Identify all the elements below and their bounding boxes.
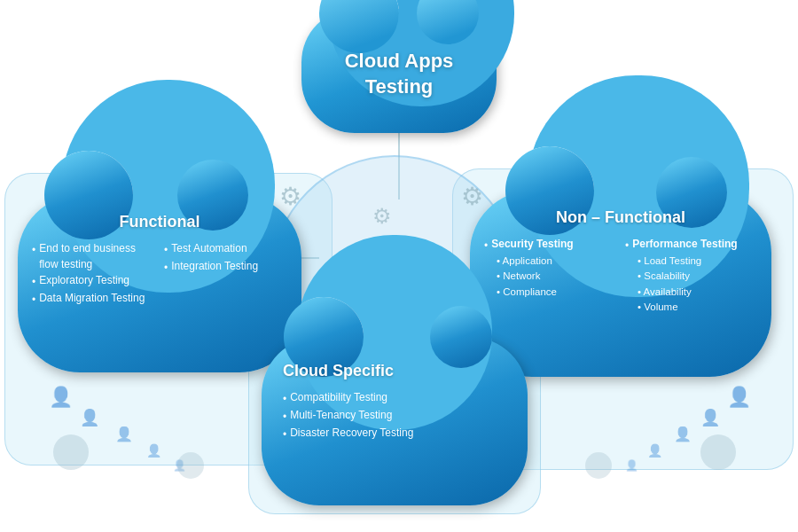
scene: ⚙ ⚙ ⚙ 👤 👤 👤 👤 👤 👤 👤 👤 👤 👤 Cloud Apps Tes…: [0, 0, 798, 532]
cloud-bottom: Cloud Specific • Compatibility Testing •…: [262, 337, 528, 505]
security-application: • Application: [497, 254, 616, 269]
person-icon-right-5: 👤: [625, 459, 638, 472]
deco-bottom-left2: [177, 452, 204, 479]
cloud-top-title: Cloud Apps Testing: [345, 49, 454, 99]
person-icon-left-3: 👤: [115, 426, 133, 442]
cloud-left-body: • End to end business flow testing • Exp…: [32, 240, 287, 308]
cloud-bottom-items: • Compatibility Testing • Multi-Tenancy …: [283, 389, 413, 442]
perf-load: • Load Testing: [638, 254, 757, 269]
cloud-right-col1: • Security Testing • Application • Netwo…: [484, 236, 616, 315]
cloud-right-body: • Security Testing • Application • Netwo…: [484, 236, 757, 315]
gear-icon-3: ⚙: [372, 204, 392, 229]
person-icon-left-1: 👤: [49, 386, 73, 409]
bullet-multi-tenancy: • Multi-Tenancy Testing: [283, 407, 413, 425]
bullet-performance-testing: • Performance Testing: [625, 236, 757, 254]
person-icon-right-1: 👤: [727, 386, 751, 409]
deco-bottom-right: [700, 434, 736, 470]
security-compliance: • Compliance: [497, 285, 616, 300]
bullet-data-migration: • Data Migration Testing: [32, 290, 155, 308]
bullet-end-to-end: • End to end business flow testing: [32, 240, 155, 272]
security-network: • Network: [497, 269, 616, 284]
person-icon-left-4: 👤: [146, 443, 161, 458]
cloud-right-title: Non – Functional: [484, 208, 757, 227]
cloud-top: Cloud Apps Testing: [301, 9, 497, 133]
person-icon-right-2: 👤: [700, 408, 720, 427]
cloud-right-col2: • Performance Testing • Load Testing • S…: [625, 236, 757, 315]
deco-bottom-left: [53, 434, 89, 470]
cloud-left: Functional • End to end business flow te…: [18, 195, 301, 372]
bullet-security-testing: • Security Testing: [484, 236, 616, 254]
bullet-disaster-recovery: • Disaster Recovery Testing: [283, 425, 413, 442]
bullet-exploratory: • Exploratory Testing: [32, 272, 155, 290]
cloud-left-title: Functional: [32, 213, 287, 231]
person-icon-left-2: 👤: [80, 408, 99, 427]
person-icon-right-4: 👤: [647, 443, 662, 458]
security-sub-items: • Application • Network • Compliance: [484, 254, 616, 300]
person-icon-right-3: 👤: [674, 426, 692, 442]
perf-volume: • Volume: [638, 300, 757, 315]
cloud-left-col1: • End to end business flow testing • Exp…: [32, 240, 155, 308]
perf-availability: • Availability: [638, 285, 757, 300]
bullet-integration: • Integration Testing: [164, 258, 287, 276]
cloud-left-col2: • Test Automation • Integration Testing: [164, 240, 287, 308]
cloud-bottom-title: Cloud Specific: [283, 362, 394, 380]
performance-sub-items: • Load Testing • Scalability • Availabil…: [625, 254, 757, 315]
perf-scalability: • Scalability: [638, 269, 757, 284]
bullet-test-automation: • Test Automation: [164, 240, 287, 258]
bullet-compatibility: • Compatibility Testing: [283, 389, 413, 407]
deco-bottom-right2: [585, 452, 612, 479]
